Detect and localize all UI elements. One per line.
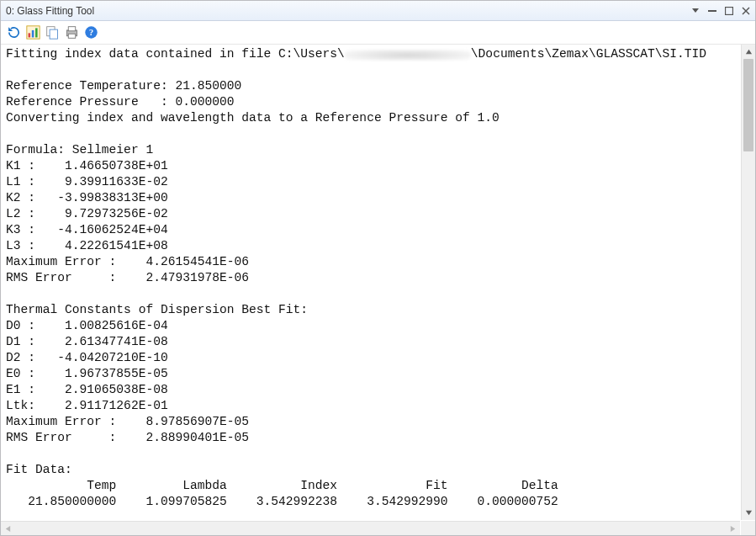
restore-bar-icon[interactable] [708,7,716,15]
d0-line: D0 : 1.00825616E-04 [6,319,168,332]
toolbar: ? [1,21,755,45]
maxerr1-line: Maximum Error : 4.26154541E-06 [6,255,249,268]
d1-line: D1 : 2.61347741E-08 [6,335,168,348]
k3-line: K3 : -4.16062524E+04 [6,223,168,236]
l2-line: L2 : 9.72973256E-02 [6,207,168,220]
svg-marker-17 [745,50,751,54]
scroll-up-arrow[interactable] [742,45,755,59]
output-viewport[interactable]: Fitting index data contained in file C:\… [1,45,740,520]
svg-rect-1 [708,10,716,12]
svg-marker-19 [6,525,10,531]
e1-line: E1 : 2.91065038E-08 [6,383,168,396]
svg-marker-18 [745,511,751,515]
close-icon[interactable] [742,7,750,15]
vscroll-thumb[interactable] [743,59,753,151]
chart-icon[interactable] [25,25,40,40]
print-icon[interactable] [64,25,79,40]
rmserr2-line: RMS Error : 2.88990401E-05 [6,431,249,444]
e0-line: E0 : 1.96737855E-05 [6,367,168,380]
maximize-icon[interactable] [725,7,733,15]
ref-temp-line: Reference Temperature: 21.850000 [6,79,241,93]
formula-line: Formula: Sellmeier 1 [6,143,153,157]
l1-line: L1 : 9.39911633E-02 [6,175,168,188]
fitdata-hdr: Fit Data: [6,463,72,476]
d2-line: D2 : -4.04207210E-10 [6,351,168,364]
svg-text:?: ? [88,28,93,37]
scroll-down-arrow[interactable] [742,506,755,520]
hscroll-track[interactable] [15,522,726,535]
svg-marker-0 [692,8,699,13]
fitdata-row: 21.850000000 1.099705825 3.542992238 3.5… [6,495,558,508]
svg-rect-8 [31,30,34,38]
vertical-scrollbar[interactable] [741,45,755,520]
k1-line: K1 : 1.46650738E+01 [6,159,168,172]
svg-rect-9 [35,28,38,37]
scroll-left-arrow[interactable] [1,522,15,535]
window-controls [691,7,750,15]
output-text: Fitting index data contained in file C:\… [6,46,735,510]
svg-rect-11 [50,29,57,39]
copy-icon[interactable] [45,25,60,40]
svg-rect-14 [68,34,76,38]
horizontal-scrollbar[interactable] [1,521,740,535]
window-title: 0: Glass Fitting Tool [6,5,94,17]
scroll-right-arrow[interactable] [726,522,740,535]
refresh-icon[interactable] [6,25,21,40]
scroll-corner [741,521,755,535]
k2-line: K2 : -3.99838313E+00 [6,191,168,204]
vscroll-track[interactable] [742,59,755,506]
ref-pres-line: Reference Pressure : 0.000000 [6,95,235,109]
minimize-icon[interactable] [691,7,700,15]
help-icon[interactable]: ? [83,25,98,40]
rmserr1-line: RMS Error : 2.47931978E-06 [6,271,249,284]
fitdata-cols: Temp Lambda Index Fit Delta [6,479,558,492]
thermal-hdr: Thermal Constants of Dispersion Best Fit… [6,303,308,316]
conv-line: Converting index and wavelength data to … [6,111,500,125]
content-area: Fitting index data contained in file C:\… [1,45,755,535]
redacted-username [345,50,471,61]
titlebar[interactable]: 0: Glass Fitting Tool [1,1,755,21]
svg-rect-7 [28,33,30,37]
l3-line: L3 : 4.22261541E+08 [6,239,168,252]
svg-rect-13 [68,27,76,31]
svg-marker-20 [731,525,735,531]
intro-line: Fitting index data contained in file C:\… [6,47,706,61]
app-window: 0: Glass Fitting Tool [0,0,756,536]
ltk-line: Ltk: 2.91171262E-01 [6,399,168,412]
svg-rect-2 [726,7,733,14]
maxerr2-line: Maximum Error : 8.97856907E-05 [6,415,249,428]
